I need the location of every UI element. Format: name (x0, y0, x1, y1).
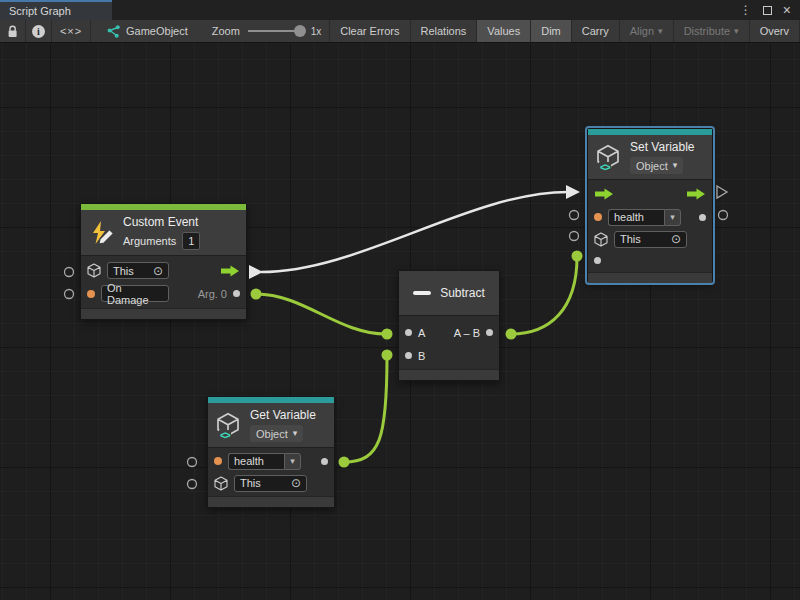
external-port[interactable] (570, 211, 579, 220)
value-input-port[interactable] (594, 257, 601, 264)
input-a-port[interactable] (405, 329, 412, 336)
get-variable-header: <> Get Variable Object ▾ (208, 403, 334, 448)
subtract-header: Subtract (399, 271, 499, 316)
tab-title: Script Graph (9, 5, 71, 17)
dropdown-button[interactable]: ▾ (664, 209, 681, 226)
values-toggle[interactable]: Values (477, 20, 531, 42)
wire-endpoint (506, 329, 517, 340)
target-field[interactable]: This ⊙ (234, 475, 307, 492)
wire-endpoint (572, 251, 583, 262)
variable-name-value: health (228, 453, 284, 470)
variable-cube-icon: <> (216, 412, 242, 438)
arg0-output-port[interactable] (233, 290, 240, 297)
info-icon: i (32, 25, 45, 38)
event-name-field[interactable]: On Damage (101, 285, 169, 302)
node-footer (588, 272, 712, 283)
node-title: Custom Event (123, 215, 200, 229)
event-bolt-pencil-icon (89, 220, 115, 246)
variable-name-port[interactable] (594, 213, 602, 221)
align-dropdown[interactable]: Align ▾ (620, 20, 674, 42)
arguments-count-field[interactable]: 1 (182, 232, 200, 250)
node-footer (208, 496, 334, 507)
node-subtract[interactable]: Subtract A A – B B (398, 270, 500, 381)
relations-button[interactable]: Relations (411, 20, 478, 42)
external-port[interactable] (188, 480, 197, 489)
dropdown-button[interactable]: ▾ (284, 453, 301, 470)
external-port[interactable] (570, 232, 579, 241)
lock-button[interactable] (0, 20, 25, 42)
arg0-label: Arg. 0 (198, 288, 227, 300)
target-field[interactable]: This ⊙ (107, 262, 169, 279)
align-label: Align (630, 25, 654, 37)
external-port[interactable] (719, 211, 728, 220)
variable-code-icon: <> (599, 162, 611, 173)
flow-output-port[interactable] (220, 265, 240, 277)
variable-name-port[interactable] (214, 457, 222, 465)
node-title: Subtract (440, 286, 485, 300)
overview-button[interactable]: Overv (750, 20, 800, 42)
maximize-icon[interactable] (763, 6, 772, 15)
external-port[interactable] (65, 268, 74, 277)
wire-arg0-to-subtract-a[interactable] (256, 294, 386, 334)
external-port[interactable] (188, 458, 197, 467)
chevron-down-icon: ▾ (290, 457, 295, 466)
variable-scope-dropdown[interactable]: Object ▾ (250, 425, 303, 442)
subtract-icon (413, 291, 431, 295)
carry-toggle[interactable]: Carry (572, 20, 620, 42)
external-flow-port[interactable] (717, 186, 727, 198)
wire-getvariable-to-subtract-b[interactable] (344, 356, 387, 462)
zoom-label: Zoom (212, 20, 240, 42)
chevron-down-icon: ▾ (658, 27, 663, 36)
variable-name-value: health (608, 209, 664, 226)
close-icon[interactable]: × (783, 3, 791, 17)
dim-toggle[interactable]: Dim (531, 20, 572, 42)
target-picker-icon[interactable]: ⊙ (153, 265, 163, 277)
event-value-port[interactable] (87, 290, 95, 298)
info-button[interactable]: i (26, 20, 51, 42)
external-port[interactable] (65, 290, 74, 299)
node-set-variable[interactable]: <> Set Variable Object ▾ (587, 128, 713, 283)
zoom-slider-knob[interactable] (294, 25, 306, 37)
chevron-down-icon: ▾ (734, 27, 739, 36)
target-picker-icon[interactable]: ⊙ (291, 477, 301, 489)
target-value: This (113, 265, 134, 277)
flow-input-port[interactable] (594, 188, 614, 200)
node-custom-event[interactable]: Custom Event Arguments 1 This ⊙ (80, 203, 247, 320)
code-icon: <×> (60, 25, 82, 37)
gameobject-icon (105, 25, 120, 38)
variable-scope-dropdown[interactable]: Object ▾ (630, 157, 683, 174)
distribute-label: Distribute (684, 25, 730, 37)
toolbar-separator (90, 20, 91, 42)
value-output-port[interactable] (321, 458, 328, 465)
target-field[interactable]: This ⊙ (614, 231, 687, 248)
script-graph-window: Script Graph ⋮ × i <×> (0, 0, 800, 600)
variable-name-dropdown[interactable]: health ▾ (608, 209, 681, 226)
input-a-label: A (418, 327, 425, 339)
variable-name-dropdown[interactable]: health ▾ (228, 453, 301, 470)
gameobject-type-icon (87, 263, 101, 278)
tab-script-graph[interactable]: Script Graph (0, 0, 112, 20)
wire-flow-customevent-setvariable[interactable] (261, 192, 568, 272)
edit-graph-button[interactable]: <×> (52, 20, 90, 42)
value-output-port[interactable] (699, 214, 706, 221)
flow-wire-end-arrow (566, 185, 580, 199)
input-b-port[interactable] (405, 352, 412, 359)
chevron-down-icon: ▾ (673, 161, 678, 170)
chevron-down-icon: ▾ (670, 213, 675, 222)
wire-endpoint (339, 457, 350, 468)
node-get-variable[interactable]: <> Get Variable Object ▾ health ▾ (207, 396, 335, 508)
target-picker-icon[interactable]: ⊙ (671, 233, 681, 245)
scope-value: Object (636, 160, 668, 172)
target-value: This (240, 477, 261, 489)
distribute-dropdown[interactable]: Distribute ▾ (674, 20, 750, 42)
tab-bar: Script Graph ⋮ × (0, 0, 800, 20)
graph-canvas[interactable]: Custom Event Arguments 1 This ⊙ (0, 44, 800, 600)
node-footer (399, 369, 499, 380)
zoom-slider[interactable] (248, 30, 303, 32)
wire-subtract-to-setvariable[interactable] (511, 257, 577, 334)
result-output-port[interactable] (486, 329, 493, 336)
graph-owner[interactable]: GameObject (105, 20, 188, 42)
clear-errors-button[interactable]: Clear Errors (329, 20, 410, 42)
window-menu-icon[interactable]: ⋮ (740, 4, 752, 16)
flow-output-port[interactable] (686, 188, 706, 200)
